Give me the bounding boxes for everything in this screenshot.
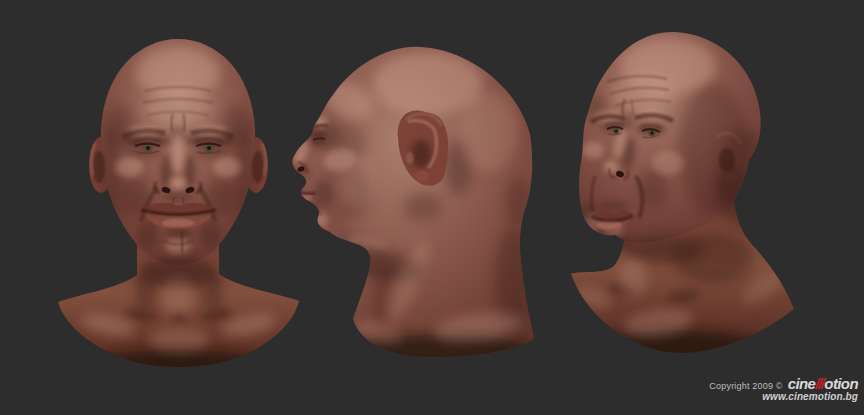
cinemotion-logo: cine///otion <box>788 376 858 391</box>
logo-part-otion: otion <box>824 375 858 392</box>
render-canvas: Copyright 2009 © cine///otion www.cinemo… <box>0 0 864 415</box>
watermark: Copyright 2009 © cine///otion www.cinemo… <box>709 376 858 402</box>
logo-part-cine: cine <box>788 375 816 392</box>
bust-three-quarter-view <box>563 28 803 363</box>
copyright-text: Copyright 2009 © <box>709 382 782 391</box>
bust-profile-view <box>288 42 543 367</box>
logo-slashes-icon: /// <box>815 375 824 392</box>
website-url: www.cinemotion.bg <box>709 392 858 402</box>
bust-front-view <box>53 35 303 375</box>
